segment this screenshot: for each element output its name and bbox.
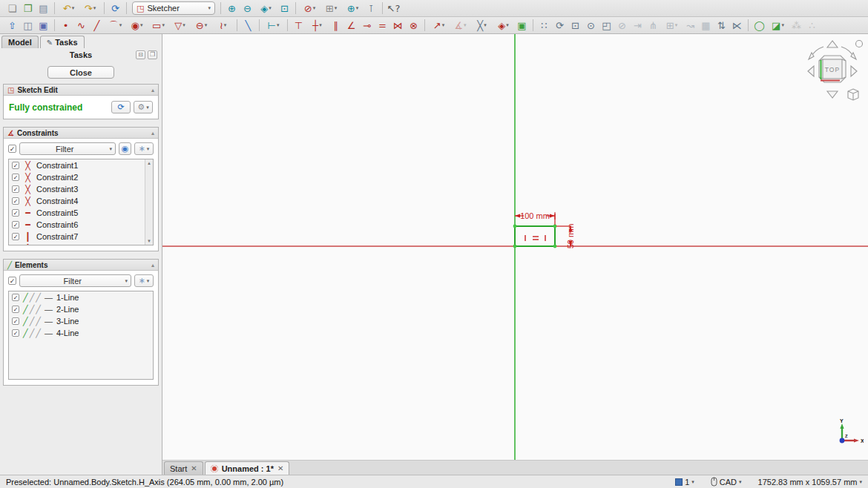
constraint-item[interactable]: ✓╳Constraint1 — [9, 159, 153, 171]
show-all-elements-checkbox[interactable]: ✓ — [8, 277, 16, 285]
vertex[interactable] — [553, 245, 557, 248]
checkbox[interactable]: ✓ — [12, 174, 19, 181]
nav-cube-face-label[interactable]: TOP — [825, 66, 840, 73]
create-line-button[interactable]: ╱ — [89, 18, 105, 33]
constrain-block-button[interactable]: ⊗ — [406, 18, 421, 33]
constrain-parallel-button[interactable]: ∥ — [328, 18, 343, 33]
tab-tasks[interactable]: ✎ Tasks — [40, 36, 85, 48]
close-button[interactable]: Close — [47, 66, 114, 79]
dimension-vertical-label[interactable]: 50 mm — [566, 224, 575, 249]
checkbox[interactable]: ✓ — [12, 306, 19, 313]
float-panel-icon[interactable]: ❐ — [148, 50, 157, 59]
recompute-button[interactable]: ⟳ — [111, 101, 131, 113]
collapse-icon[interactable]: ▴ — [151, 130, 154, 136]
constrain-distance-button[interactable]: ↗▾ — [428, 18, 450, 33]
nav-circle-icon[interactable] — [856, 41, 863, 47]
constrain-coincident-button[interactable]: ⊤ — [291, 18, 306, 33]
dock-panel-icon[interactable]: ⊟ — [136, 50, 145, 59]
view-size-selector[interactable]: 1752.83 mm x 1059.57 mm ▾ — [758, 478, 862, 487]
constraint-item[interactable]: ✓┃Constraint8 — [9, 243, 153, 245]
show-all-constraints-checkbox[interactable]: ✓ — [8, 145, 16, 153]
elements-header[interactable]: ╱ Elements ▴ — [4, 260, 158, 271]
view-fit-selection-button[interactable]: ⊡ — [277, 1, 292, 16]
constraint-item[interactable]: ✓╳Constraint2 — [9, 171, 153, 183]
elements-filter-combo[interactable]: Filter ▾ — [19, 274, 131, 287]
collapse-icon[interactable]: ▴ — [151, 262, 154, 268]
select-redundant-constraints-button[interactable]: ⟳ — [552, 18, 568, 33]
checkbox[interactable]: ✓ — [12, 294, 19, 301]
create-polygon-button[interactable]: ▽▾ — [169, 18, 191, 33]
checkbox[interactable]: ✓ — [12, 162, 19, 169]
sketch-edit-header[interactable]: ◳ Sketch Edit ▴ — [4, 85, 158, 96]
constraint-item[interactable]: ✓╳Constraint3 — [9, 183, 153, 195]
constrain-equal-button[interactable]: = — [375, 18, 390, 33]
view-isometric-button[interactable]: ◈▾ — [255, 1, 277, 16]
element-item[interactable]: ✓╱╱╱—2-Line — [9, 303, 153, 315]
checkbox[interactable]: ✓ — [12, 329, 19, 337]
create-bspline-button[interactable]: ≀▾ — [212, 18, 234, 33]
element-item[interactable]: ✓╱╱╱—4-Line — [9, 327, 153, 339]
close-tab-icon[interactable]: ✕ — [191, 464, 197, 472]
show-internal-geometry-button[interactable]: ⊙ — [583, 18, 599, 33]
hide-internal-alignment-button[interactable]: ◉ — [119, 142, 131, 155]
undo-button[interactable]: ↶▾ — [58, 1, 79, 16]
equal-constraint-markers[interactable] — [525, 235, 545, 241]
whats-this-button[interactable]: ↖? — [386, 1, 401, 16]
scrollbar[interactable]: ▲▼ — [145, 159, 153, 245]
constrain-symmetric-button[interactable]: ⋈ — [390, 18, 406, 33]
create-point-button[interactable]: • — [58, 18, 73, 33]
toggle-active-constraint-button[interactable]: ▣ — [514, 18, 530, 33]
tilt-up-arrow[interactable] — [827, 41, 838, 47]
document-tab-unnamed-1[interactable]: Unnamed : 1*✕ — [205, 461, 290, 475]
constrain-tangent-button[interactable]: ⊸ — [359, 18, 375, 33]
zoom-in-button[interactable]: ⊕ — [224, 1, 240, 16]
layer-selector[interactable]: 1 ▾ — [675, 478, 694, 487]
measure-button[interactable]: ⊺ — [364, 1, 379, 16]
checkbox[interactable]: ✓ — [12, 221, 19, 228]
zoom-out-button[interactable]: ⊖ — [240, 1, 255, 16]
tab-model[interactable]: Model — [1, 36, 39, 48]
create-slot-button[interactable]: ⊖▾ — [191, 18, 212, 33]
constraint-item[interactable]: ✓╳Constraint4 — [9, 195, 153, 207]
constraint-item[interactable]: ✓┃Constraint7 — [9, 231, 153, 243]
checkbox[interactable]: ✓ — [12, 233, 19, 240]
solver-settings-button[interactable]: ⚙▾ — [134, 101, 153, 113]
tilt-left-arrow[interactable] — [808, 66, 814, 76]
scroll-down-icon[interactable]: ▼ — [147, 239, 151, 243]
constraints-header[interactable]: ∡ Constraints ▴ — [4, 128, 158, 139]
create-arc-button[interactable]: ⌒▾ — [105, 18, 126, 33]
vertex[interactable] — [553, 225, 557, 228]
create-circle-button[interactable]: ◉▾ — [126, 18, 148, 33]
switch-virtual-space-button[interactable]: ⇅ — [714, 18, 729, 33]
dimension-horizontal-label[interactable]: 100 mm — [520, 211, 550, 220]
constraint-settings-button[interactable]: ∗▾ — [134, 142, 154, 155]
select-conflicting-constraints-button[interactable]: ⊡ — [568, 18, 583, 33]
file-new-button[interactable]: ❏ — [4, 1, 20, 16]
close-tab-icon[interactable]: ✕ — [277, 464, 283, 472]
vertex[interactable] — [513, 225, 517, 228]
checkbox[interactable]: ✓ — [12, 185, 19, 193]
tilt-right-arrow[interactable] — [851, 66, 857, 76]
element-settings-button[interactable]: ∗▾ — [134, 274, 154, 287]
constraints-filter-combo[interactable]: Filter ▾ — [19, 142, 116, 155]
join-curves-button[interactable]: ⋉ — [729, 18, 745, 33]
toggle-grid-button[interactable]: ◯ — [752, 18, 767, 33]
toggle-driving-constraint-button[interactable]: ◈▾ — [493, 18, 514, 33]
draw-style-button[interactable]: ⊘▾ — [299, 1, 320, 16]
collapse-icon[interactable]: ▴ — [151, 87, 154, 93]
file-open-button[interactable]: ❐ — [20, 1, 36, 16]
view-cube-button[interactable]: ⊞▾ — [320, 1, 342, 16]
checkbox[interactable]: ✓ — [12, 209, 19, 217]
edit-sketch-appearance-button[interactable]: ◪▾ — [767, 18, 789, 33]
clip-plane-button[interactable]: ◰ — [599, 18, 614, 33]
element-item[interactable]: ✓╱╱╱—3-Line — [9, 315, 153, 327]
nav-style-selector[interactable]: CAD ▾ — [711, 477, 742, 487]
element-item[interactable]: ✓╱╱╱—1-Line — [9, 291, 153, 303]
checkbox[interactable]: ✓ — [12, 317, 19, 325]
toggle-construction-button[interactable]: ╲ — [240, 18, 256, 33]
constrain-perpendicular-button[interactable]: ∠ — [343, 18, 359, 33]
navigation-cube[interactable]: TOP — [801, 37, 864, 105]
tilt-down-arrow[interactable] — [827, 91, 838, 98]
document-tab-start[interactable]: Start✕ — [164, 461, 203, 475]
zoom-tools-button[interactable]: ⊕▾ — [342, 1, 364, 16]
